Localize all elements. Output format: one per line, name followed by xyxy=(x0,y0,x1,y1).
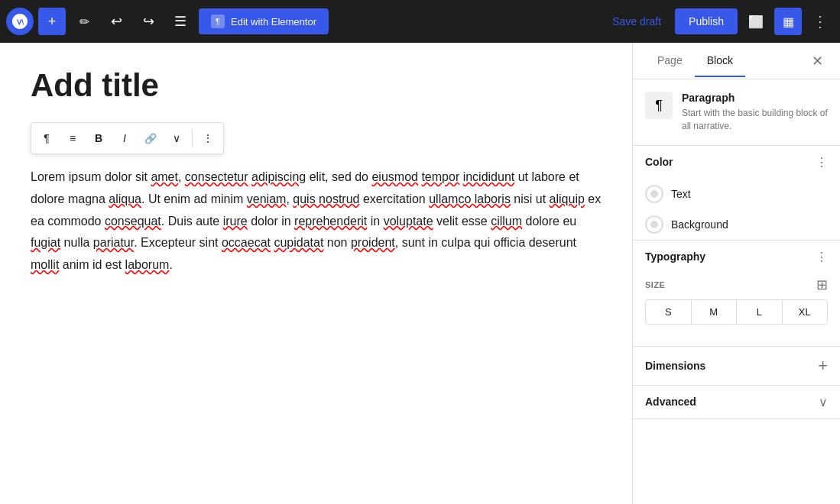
background-color-label: Background xyxy=(671,218,728,231)
spell-check-word: amet xyxy=(151,170,178,183)
spell-check-word: pariatur xyxy=(93,236,134,249)
color-background-option[interactable]: Background xyxy=(633,209,840,240)
spell-check-word: mollit xyxy=(31,258,59,271)
background-color-inner xyxy=(650,221,658,228)
spell-check-word: cillum xyxy=(491,215,522,228)
more-rich-text-button[interactable]: ∨ xyxy=(164,126,189,150)
block-more-icon: ⋮ xyxy=(203,132,213,144)
preview-button[interactable]: ⬜ xyxy=(742,8,770,35)
size-label: SIZE xyxy=(645,280,665,289)
spell-check-word: reprehenderit xyxy=(294,215,367,228)
paragraph-style-button[interactable]: ¶ xyxy=(34,126,59,150)
redo-icon: ↪ xyxy=(143,13,154,30)
spell-check-word: laborum xyxy=(125,258,170,271)
edit-with-elementor-button[interactable]: ¶ Edit with Elementor xyxy=(199,8,329,34)
panel-header: Page Block ✕ xyxy=(633,43,840,79)
spell-check-word: consectetur xyxy=(185,170,248,183)
add-block-button[interactable]: + xyxy=(38,8,66,35)
advanced-section-title: Advanced xyxy=(645,396,819,408)
post-title[interactable]: Add title xyxy=(31,67,602,104)
spell-check-word: adipiscing xyxy=(251,170,306,183)
color-section-header[interactable]: Color ⋮ xyxy=(633,146,840,179)
panel-close-button[interactable]: ✕ xyxy=(806,50,828,72)
format-toolbar: ¶ ≡ B I 🔗 ∨ ⋮ xyxy=(31,122,224,154)
spell-check-word: irure xyxy=(223,215,248,228)
editor-area[interactable]: Add title ¶ ≡ B I 🔗 ∨ ⋮ xyxy=(0,43,632,504)
color-text-option[interactable]: Text xyxy=(633,179,840,209)
spell-check-word: consequat xyxy=(105,215,161,228)
top-toolbar: + ✏ ↩ ↪ ☰ ¶ Edit with Elementor Save dra… xyxy=(0,0,840,43)
block-info-section: ¶ Paragraph Start with the basic buildin… xyxy=(633,79,840,146)
dimensions-section-header[interactable]: Dimensions + xyxy=(633,347,840,385)
size-tune-button[interactable]: ⊞ xyxy=(816,276,828,293)
typography-section-header[interactable]: Typography ⋮ xyxy=(633,241,840,273)
spell-check-word: occaecat xyxy=(222,236,271,249)
color-section: Color ⋮ Text Background xyxy=(633,146,840,241)
undo-button[interactable]: ↩ xyxy=(102,8,130,35)
chevron-down-icon: ∨ xyxy=(173,132,180,144)
spell-check-word: voluptate xyxy=(384,215,433,228)
text-color-circle xyxy=(645,185,663,203)
size-l-button[interactable]: L xyxy=(737,300,783,324)
bold-button[interactable]: B xyxy=(86,126,111,150)
size-s-button[interactable]: S xyxy=(646,300,692,324)
wp-logo[interactable] xyxy=(6,8,34,35)
color-more-button[interactable]: ⋮ xyxy=(816,155,828,170)
spell-check-word: eiusmod xyxy=(371,170,417,183)
color-section-title: Color xyxy=(645,156,816,168)
more-options-icon: ⋮ xyxy=(812,12,828,31)
list-view-button[interactable]: ☰ xyxy=(167,8,194,35)
paragraph-icon: ¶ xyxy=(44,132,50,144)
size-m-button[interactable]: M xyxy=(692,300,738,324)
link-button[interactable]: 🔗 xyxy=(138,126,163,150)
tools-button[interactable]: ✏ xyxy=(70,8,98,35)
block-info: Paragraph Start with the basic building … xyxy=(682,92,828,133)
block-options-button[interactable]: ⋮ xyxy=(196,126,220,150)
italic-button[interactable]: I xyxy=(112,126,137,150)
text-color-label: Text xyxy=(671,188,691,200)
list-view-icon: ☰ xyxy=(174,13,186,30)
block-name: Paragraph xyxy=(682,92,828,104)
text-color-inner xyxy=(650,190,658,198)
sidebar-toggle-button[interactable]: ▦ xyxy=(774,8,802,35)
advanced-section: Advanced ∨ xyxy=(633,386,840,419)
redo-button[interactable]: ↪ xyxy=(135,8,162,35)
size-xl-button[interactable]: XL xyxy=(783,300,828,324)
block-header: ¶ Paragraph Start with the basic buildin… xyxy=(645,92,828,133)
save-draft-button[interactable]: Save draft xyxy=(603,9,670,34)
more-options-button[interactable]: ⋮ xyxy=(806,8,834,35)
add-icon: + xyxy=(48,14,57,30)
spell-check-word: veniam xyxy=(247,192,287,205)
elementor-icon: ¶ xyxy=(211,15,225,28)
dimensions-section-title: Dimensions xyxy=(645,360,818,372)
spell-check-word: ullamco laboris xyxy=(429,192,511,205)
dimensions-add-button[interactable]: + xyxy=(818,356,828,376)
align-button[interactable]: ≡ xyxy=(60,126,85,150)
spell-check-word: aliqua xyxy=(109,192,141,205)
post-content[interactable]: Lorem ipsum dolor sit amet, consectetur … xyxy=(31,166,602,276)
undo-icon: ↩ xyxy=(111,13,122,30)
advanced-section-header[interactable]: Advanced ∨ xyxy=(633,386,840,418)
tab-page[interactable]: Page xyxy=(645,45,695,77)
block-description: Start with the basic building block of a… xyxy=(682,107,828,133)
dimensions-section: Dimensions + xyxy=(633,347,840,386)
block-type-icon: ¶ xyxy=(645,92,673,119)
wp-logo-icon xyxy=(12,14,28,29)
publish-button[interactable]: Publish xyxy=(675,8,738,34)
background-color-circle xyxy=(645,215,663,234)
spell-check-word: quis nostrud xyxy=(293,192,359,205)
brush-icon: ✏ xyxy=(79,15,89,29)
bold-icon: B xyxy=(95,132,102,144)
spell-check-word: aliquip xyxy=(550,192,585,205)
size-buttons: S M L XL xyxy=(645,299,828,325)
link-icon: 🔗 xyxy=(144,133,157,144)
italic-icon: I xyxy=(123,132,126,144)
sidebar-icon: ▦ xyxy=(783,15,794,29)
tab-block[interactable]: Block xyxy=(695,45,745,77)
spell-check-word: cupidatat xyxy=(274,236,323,249)
elementor-button-label: Edit with Elementor xyxy=(231,16,316,27)
typography-more-button[interactable]: ⋮ xyxy=(816,250,828,264)
advanced-chevron-button[interactable]: ∨ xyxy=(819,395,828,409)
spell-check-word: proident xyxy=(351,236,395,249)
align-icon: ≡ xyxy=(70,132,76,144)
